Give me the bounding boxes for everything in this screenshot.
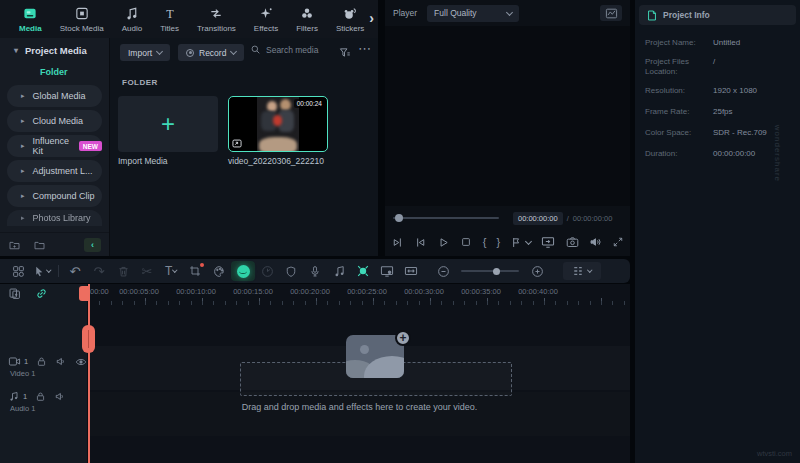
video-track-header: 1 Video 1 — [0, 356, 88, 378]
tab-label: Media — [19, 24, 42, 33]
folder-icon[interactable] — [33, 239, 46, 251]
tab-filters[interactable]: Filters — [287, 0, 327, 38]
sidebar-item-project-media[interactable]: ▾ Project Media — [0, 38, 109, 62]
scrubber-knob[interactable] — [395, 214, 403, 222]
color-palette-icon[interactable] — [207, 261, 231, 281]
new-folder-icon[interactable] — [8, 239, 21, 251]
track-manage-icon[interactable] — [563, 262, 601, 280]
fullscreen-icon[interactable] — [612, 236, 624, 248]
tab-audio[interactable]: Audio — [113, 0, 151, 38]
zoom-in-icon[interactable] — [525, 261, 549, 281]
scrubber-track[interactable] — [393, 217, 499, 220]
search-input[interactable] — [266, 45, 336, 55]
import-media-tile[interactable]: + — [118, 96, 218, 152]
toolbox-grid-icon[interactable] — [6, 261, 30, 281]
current-timecode[interactable]: 00:00:00:00 — [513, 212, 563, 225]
video-clip-tile[interactable]: 00:00:24 — [228, 96, 328, 152]
sidebar-item-label: Influence Kit — [33, 136, 74, 156]
filter-icon[interactable] — [338, 46, 351, 59]
tab-titles[interactable]: T Titles — [151, 0, 188, 38]
voiceover-mic-icon[interactable] — [303, 261, 327, 281]
import-tile-label: Import Media — [118, 156, 168, 166]
dropzone-hint-text: Drag and drop media and effects here to … — [89, 402, 630, 412]
mark-out-brace[interactable]: } — [496, 236, 500, 248]
tab-media[interactable]: Media — [10, 0, 51, 38]
scopes-icon[interactable] — [600, 5, 622, 21]
info-label: Frame Rate: — [645, 107, 703, 117]
mask-shield-icon[interactable] — [279, 261, 303, 281]
audio-music-icon[interactable] — [327, 261, 351, 281]
plus-icon: + — [161, 114, 175, 134]
caret-right-icon: ▸ — [21, 192, 25, 200]
playhead-grip[interactable] — [82, 325, 95, 353]
track-name-label: Video 1 — [0, 369, 88, 378]
screen-record-icon[interactable] — [375, 261, 399, 281]
add-media-button[interactable]: + — [395, 330, 411, 346]
sidebar-item-compound-clip[interactable]: ▸ Compound Clip — [7, 185, 102, 207]
proxy-badge-icon — [232, 139, 242, 148]
record-button[interactable]: Record — [178, 44, 244, 61]
panel-title: Project Info — [663, 10, 710, 20]
timeline-zoom-slider[interactable] — [461, 270, 519, 272]
collapse-sidebar-button[interactable]: ‹ — [84, 238, 101, 252]
speaker-icon[interactable] — [589, 236, 602, 248]
import-button[interactable]: Import — [120, 44, 170, 61]
notification-dot — [200, 263, 204, 267]
chroma-key-icon[interactable] — [231, 261, 255, 281]
fit-timeline-icon[interactable] — [399, 261, 423, 281]
zoom-out-icon[interactable] — [431, 261, 455, 281]
asset-tab-bar: Media Stock Media Audio T Titles — [0, 0, 378, 38]
marker-flag-icon[interactable] — [510, 236, 531, 249]
audio-track-lane[interactable] — [89, 392, 630, 436]
mute-speaker-icon[interactable] — [55, 356, 67, 367]
sidebar-item-label: Project Media — [25, 45, 87, 56]
sidebar-item-global-media[interactable]: ▸ Global Media — [7, 85, 102, 107]
tab-stock-media[interactable]: Stock Media — [51, 0, 113, 38]
sidebar-item-influence-kit[interactable]: ▸ Influence Kit NEW — [7, 135, 102, 157]
lock-icon[interactable] — [36, 356, 47, 367]
mirror-display-icon[interactable] — [541, 236, 555, 248]
tab-effects[interactable]: Effects — [245, 0, 287, 38]
playhead-handle[interactable] — [79, 286, 88, 301]
link-clips-icon[interactable] — [35, 287, 48, 300]
stop-icon[interactable] — [460, 236, 472, 248]
tab-transitions[interactable]: Transitions — [188, 0, 245, 38]
player-header: Player Full Quality — [385, 0, 630, 26]
previous-frame-icon[interactable] — [391, 236, 404, 249]
search-box — [250, 44, 336, 55]
sidebar-item-photos-library[interactable]: ▸ Photos Library — [7, 210, 102, 226]
redo-icon: ↷ — [87, 261, 111, 281]
mute-speaker-icon[interactable] — [54, 391, 66, 402]
more-options-icon[interactable]: ⋯ — [358, 41, 372, 56]
tabs-overflow-arrow[interactable]: › — [369, 10, 374, 26]
timeline-ruler[interactable]: 00:00 00:00:05:00 00:00:10:00 00:00:15:0… — [88, 284, 630, 306]
titles-icon: T — [162, 6, 178, 21]
info-value: Untitled — [713, 38, 740, 48]
zoom-slider-knob[interactable] — [493, 268, 500, 275]
sidebar-item-folder[interactable]: Folder — [0, 62, 109, 82]
preview-viewport[interactable] — [385, 26, 630, 206]
video-camera-icon — [8, 356, 21, 367]
effects-icon — [258, 6, 274, 21]
crop-tool-icon[interactable] — [183, 261, 207, 281]
undo-icon[interactable]: ↶ — [63, 261, 87, 281]
tab-stickers[interactable]: Stickers — [327, 0, 373, 38]
text-tool-icon[interactable]: T — [159, 261, 183, 281]
sidebar-item-cloud-media[interactable]: ▸ Cloud Media — [7, 110, 102, 132]
select-cursor-icon[interactable] — [30, 261, 54, 281]
clip-thumbnail — [257, 97, 299, 151]
player-panel: Player Full Quality 00:00:00:00 / 00:00:… — [385, 0, 630, 256]
paste-board-icon[interactable] — [8, 287, 21, 300]
sidebar-item-adjustment-layer[interactable]: ▸ Adjustment L... — [7, 160, 102, 182]
eye-visibility-icon[interactable] — [75, 357, 87, 367]
lock-icon[interactable] — [35, 391, 46, 402]
chevron-down-icon — [506, 8, 513, 15]
play-icon[interactable] — [437, 236, 450, 249]
snapshot-camera-icon[interactable] — [566, 236, 579, 248]
transport-controls: { } — [391, 233, 624, 251]
quality-dropdown[interactable]: Full Quality — [427, 5, 519, 22]
motion-tracking-icon[interactable] — [351, 261, 375, 281]
next-frame-icon[interactable] — [414, 236, 427, 249]
quality-value: Full Quality — [434, 8, 477, 18]
mark-in-brace[interactable]: { — [483, 236, 487, 248]
